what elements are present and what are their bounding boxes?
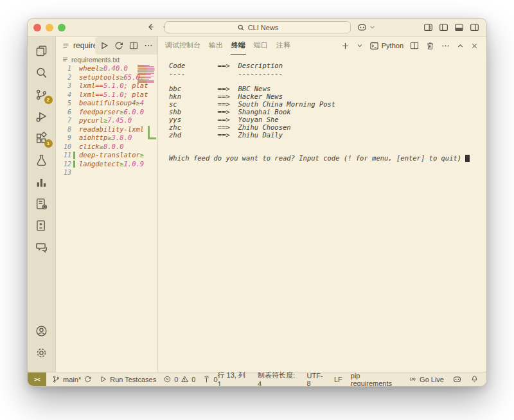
copilot-icon <box>357 22 368 33</box>
tab-output[interactable]: 输出 <box>208 37 224 55</box>
tab-debug-console[interactable]: 调试控制台 <box>164 37 201 55</box>
editor-actions <box>95 37 157 55</box>
code-line[interactable]: 4lxml==5.1.0; plat <box>56 91 157 100</box>
notifications-bell-icon[interactable] <box>470 375 479 383</box>
explorer-icon[interactable] <box>34 43 49 58</box>
terminal-line: ---- ----------- <box>169 69 486 77</box>
code-line[interactable]: 6feedparser≥6.0.0 <box>56 108 157 117</box>
rerun-icon[interactable] <box>114 40 124 51</box>
active-terminal-item[interactable]: Python <box>369 41 403 51</box>
minimap-line <box>137 65 150 66</box>
close-window-button[interactable] <box>33 24 41 31</box>
eol-sequence[interactable]: LF <box>334 376 342 383</box>
line-number: 6 <box>56 108 71 117</box>
text-file-icon <box>62 56 69 63</box>
go-live-button[interactable]: Go Live <box>409 375 444 383</box>
editor[interactable]: 1wheel≥0.40.02setuptools≥65.0.3lxml==5.1… <box>56 64 157 372</box>
branch-icon <box>52 375 60 383</box>
panel-more-icon[interactable] <box>441 41 450 51</box>
terminal-line: Code ==> Description <box>169 62 486 69</box>
new-terminal-icon[interactable] <box>341 41 350 51</box>
code-line[interactable]: 7pycurl≥7.45.0 <box>56 116 157 125</box>
breadcrumb[interactable]: requirements.txt <box>56 55 157 64</box>
more-actions-icon[interactable] <box>143 40 154 51</box>
settings-gear-icon[interactable] <box>34 345 49 360</box>
go-live-label: Go Live <box>420 376 444 383</box>
toggle-sidebar-icon[interactable] <box>438 22 449 33</box>
radio-tower-icon <box>202 375 211 383</box>
zoom-window-button[interactable] <box>58 24 66 31</box>
doc-settings-icon[interactable] <box>34 196 49 211</box>
run-file-icon[interactable] <box>99 40 109 51</box>
tab-label: requirements <box>73 41 95 50</box>
encoding[interactable]: UTF-8 <box>307 372 326 387</box>
indentation[interactable]: 制表符长度: 4 <box>258 371 298 387</box>
cursor-position[interactable]: 行 13, 列 1 <box>218 371 250 387</box>
tab-comments[interactable]: 注释 <box>276 37 291 55</box>
minimap-line <box>137 82 154 83</box>
comments-icon[interactable] <box>34 240 49 255</box>
terminal-line: shb ==> Shanghai Book <box>169 108 486 116</box>
shell-label: Python <box>382 42 403 49</box>
terminal-line: hkn ==> Hacker News <box>169 92 486 100</box>
back-arrow-icon[interactable] <box>145 22 155 32</box>
language-mode[interactable]: pip requirements <box>351 372 400 387</box>
extensions-icon[interactable]: 1 <box>34 130 49 146</box>
git-branch-status[interactable]: main* <box>52 375 92 383</box>
split-editor-icon[interactable] <box>128 40 139 51</box>
minimap-line <box>137 71 154 73</box>
toggle-secondary-sidebar-icon[interactable] <box>469 22 480 33</box>
minimap[interactable] <box>137 65 155 85</box>
maximize-panel-icon[interactable] <box>456 42 465 50</box>
account-icon[interactable] <box>34 323 49 338</box>
code-line[interactable]: 11deep-translator≥ <box>56 151 157 160</box>
problems-status[interactable]: 0 0 <box>163 375 195 383</box>
tab-terminal[interactable]: 终端 <box>231 37 246 55</box>
code-line[interactable]: 10click≥8.0.0 <box>56 143 157 152</box>
copilot-menu[interactable] <box>357 22 376 33</box>
terminal-dropdown-icon[interactable] <box>356 42 364 49</box>
close-panel-icon[interactable] <box>470 42 479 50</box>
terminal-line: bbc ==> BBC News <box>169 85 486 92</box>
minimap-line <box>137 77 151 78</box>
code-line[interactable]: 12langdetect≥1.0.9 <box>56 160 157 169</box>
remote-indicator[interactable]: >< <box>28 372 46 386</box>
run-debug-icon[interactable] <box>34 109 49 124</box>
toggle-panel-icon[interactable] <box>454 22 465 33</box>
breadcrumb-filename: requirements.txt <box>71 56 120 64</box>
customize-layout-icon[interactable] <box>423 22 434 33</box>
line-number: 8 <box>56 125 71 134</box>
run-testcases-button[interactable]: Run Testcases <box>99 375 156 383</box>
doc-diff-icon[interactable] <box>34 218 49 233</box>
copilot-status-icon[interactable] <box>452 374 462 384</box>
search-label: CLI News <box>248 24 279 31</box>
line-number: 11 <box>56 151 71 160</box>
broadcast-icon <box>409 375 417 383</box>
kill-terminal-icon[interactable] <box>425 41 435 51</box>
code-line[interactable]: 5beautifulsoup4≥4 <box>56 99 157 108</box>
code-line[interactable]: 8readability-lxml <box>56 125 157 134</box>
panel-tabs: 调试控制台 输出 终端 端口 注释 <box>164 37 291 55</box>
status-bar: >< main* Run Testcases <box>28 372 486 386</box>
minimap-line <box>137 79 149 80</box>
source-control-icon[interactable]: 2 <box>34 87 49 102</box>
split-terminal-icon[interactable] <box>409 40 420 51</box>
minimize-window-button[interactable] <box>46 24 53 31</box>
search-sidebar-icon[interactable] <box>34 65 49 80</box>
ports-status[interactable]: 0 <box>202 375 217 383</box>
testing-icon[interactable] <box>34 152 49 168</box>
code-line[interactable]: 13 <box>56 168 157 177</box>
code-line[interactable]: 9aiohttp≥3.8.0 <box>56 134 157 143</box>
search-icon <box>237 24 245 31</box>
tab-ports[interactable]: 端口 <box>253 37 269 55</box>
terminal-line <box>169 77 486 85</box>
bar-chart-icon[interactable] <box>34 174 49 189</box>
terminal-line: zhc ==> Zhihu Choosen <box>169 123 486 131</box>
tab-requirements[interactable]: requirements <box>56 37 95 55</box>
editor-group: requirements <box>56 37 158 372</box>
warning-icon <box>181 375 189 383</box>
command-center-search[interactable]: CLI News <box>164 21 351 33</box>
prompt-text: Which feed do you want to read? Input co… <box>169 154 465 162</box>
terminal-line: zhd ==> Zhihu Daily <box>169 131 486 139</box>
terminal-output[interactable]: Code ==> Description---- ----------- bbc… <box>158 55 486 372</box>
